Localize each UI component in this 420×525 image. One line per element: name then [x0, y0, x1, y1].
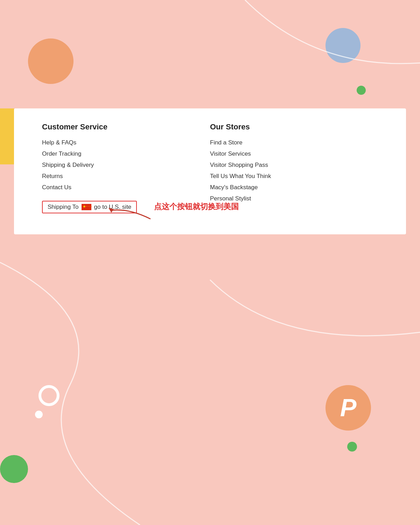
returns-link[interactable]: Returns: [42, 173, 63, 179]
list-item: Visitor Shopping Pass: [210, 162, 378, 169]
macys-backstage-link[interactable]: Macy's Backstage: [210, 184, 258, 191]
top-blue-circle: [326, 28, 360, 63]
shipping-delivery-link[interactable]: Shipping & Delivery: [42, 162, 94, 168]
visitor-shopping-pass-link[interactable]: Visitor Shopping Pass: [210, 162, 268, 168]
top-green-dot: [357, 86, 366, 95]
list-item: Shipping & Delivery: [42, 162, 210, 169]
list-item: Personal Stylist: [210, 195, 378, 202]
list-item: Find a Store: [210, 139, 378, 146]
find-store-link[interactable]: Find a Store: [210, 139, 243, 146]
annotation-text: 点这个按钮就切换到美国: [154, 201, 239, 212]
order-tracking-link[interactable]: Order Tracking: [42, 150, 81, 157]
annotation-arrow-svg: [102, 194, 158, 222]
list-item: Returns: [42, 173, 210, 180]
bottom-green-small-dot: [347, 442, 357, 452]
list-item: Contact Us: [42, 184, 210, 191]
our-stores-column: Our Stores Find a Store Visitor Services…: [210, 122, 378, 213]
personal-stylist-link[interactable]: Personal Stylist: [210, 195, 251, 202]
footer-columns: Customer Service Help & FAQs Order Track…: [42, 122, 378, 213]
tell-us-link[interactable]: Tell Us What You Think: [210, 173, 271, 179]
customer-service-column: Customer Service Help & FAQs Order Track…: [42, 122, 210, 213]
top-orange-circle: [28, 38, 74, 84]
bottom-o-ring: [38, 385, 59, 406]
list-item: Visitor Services: [210, 150, 378, 157]
yellow-bar: [0, 108, 15, 164]
list-item: Help & FAQs: [42, 139, 210, 146]
customer-service-heading: Customer Service: [42, 122, 210, 132]
visitor-services-link[interactable]: Visitor Services: [210, 150, 251, 157]
help-faqs-link[interactable]: Help & FAQs: [42, 139, 76, 146]
list-item: Tell Us What You Think: [210, 173, 378, 180]
our-stores-links: Find a Store Visitor Services Visitor Sh…: [210, 139, 378, 202]
customer-service-links: Help & FAQs Order Tracking Shipping & De…: [42, 139, 210, 191]
list-item: Macy's Backstage: [210, 184, 378, 191]
contact-us-link[interactable]: Contact Us: [42, 184, 71, 191]
list-item: Order Tracking: [42, 150, 210, 157]
svg-marker-0: [108, 208, 114, 213]
bottom-p-letter: P: [340, 394, 357, 422]
bottom-o-dot: [35, 411, 43, 418]
bottom-p-circle: P: [326, 385, 371, 431]
china-flag-icon: [82, 204, 91, 210]
our-stores-heading: Our Stores: [210, 122, 378, 132]
shipping-prefix: Shipping To: [48, 204, 79, 211]
bottom-green-circle: [0, 455, 28, 483]
content-card: Customer Service Help & FAQs Order Track…: [14, 108, 406, 234]
